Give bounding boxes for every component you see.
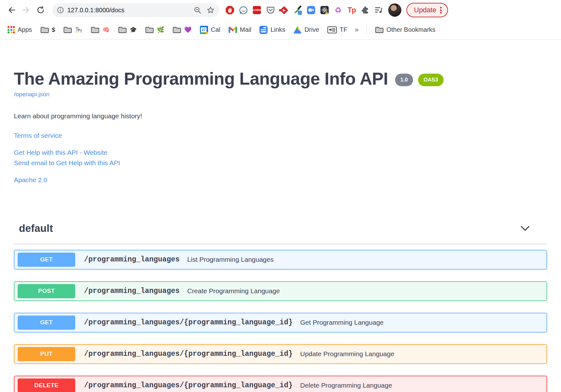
purple-heart-emoji: 💜 (184, 26, 192, 33)
bookmark-star-icon[interactable] (207, 6, 215, 14)
zoom-out-icon[interactable] (194, 6, 201, 14)
folder-icon (40, 26, 49, 33)
url-text: 127.0.0.1:8000/docs (67, 7, 194, 14)
endpoint-summary: List Programming Languages (187, 256, 274, 263)
recycle-extension-icon[interactable]: ♻ (334, 6, 343, 14)
method-badge: PUT (18, 347, 75, 361)
pocket-icon[interactable] (266, 6, 275, 14)
google-drive-icon (293, 26, 302, 34)
links-icon (259, 26, 268, 34)
bookmark-folder-brain[interactable]: 🧠 (89, 25, 112, 35)
endpoint-path: /programming_languages (84, 255, 180, 264)
extensions-puzzle-icon[interactable] (361, 6, 370, 14)
section-header-default[interactable]: default (14, 222, 547, 234)
reload-button[interactable] (35, 5, 46, 15)
apps-grid-icon (8, 26, 15, 33)
herb-emoji: 🌿 (157, 26, 164, 33)
gmail-icon (229, 27, 237, 33)
bookmark-mail[interactable]: Mail (227, 25, 253, 35)
bookmark-folder-money[interactable]: $ (38, 25, 57, 35)
chrome-update-button[interactable]: Update (406, 3, 448, 17)
endpoint-row-list-languages[interactable]: GET /programming_languages List Programm… (14, 250, 547, 270)
endpoint-path: /programming_languages/{programming_lang… (84, 318, 293, 327)
swagger-docs-page: The Amazing Programming Language Info AP… (0, 69, 561, 392)
address-bar[interactable]: 127.0.0.1:8000/docs (52, 3, 219, 17)
reload-icon (36, 6, 45, 14)
method-badge: GET (18, 253, 75, 267)
endpoint-path: /programming_languages (84, 287, 180, 295)
bookmark-apps[interactable]: Apps (6, 25, 34, 35)
announcement-icon (327, 26, 337, 33)
help-email-link[interactable]: Send email to Get Help with this API (14, 158, 547, 168)
dollar-emoji: $ (52, 26, 55, 33)
bookmark-folder-heart[interactable]: 💜 (171, 25, 194, 35)
api-description: Learn about programming language history… (14, 112, 547, 120)
profile-avatar[interactable] (388, 3, 401, 17)
bookmark-folder-carousel[interactable]: 🎠 (61, 25, 84, 35)
chevron-down-icon[interactable] (521, 226, 530, 231)
help-website-link[interactable]: Get Help with this API - Website (14, 148, 547, 158)
page-title: The Amazing Programming Language Info AP… (14, 69, 388, 88)
endpoint-summary: Get Programming Language (300, 319, 384, 326)
method-badge: GET (18, 316, 75, 330)
folder-icon (375, 26, 384, 33)
endpoint-row-create-language[interactable]: POST /programming_languages Create Progr… (14, 281, 547, 301)
method-badge: DELETE (18, 378, 75, 392)
brain-emoji: 🧠 (102, 26, 110, 33)
cors-extension-icon[interactable]: CORS (252, 6, 261, 14)
google-calendar-icon: 27 (200, 26, 208, 34)
endpoint-row-delete-language[interactable]: DELETE /programming_languages/{programmi… (14, 376, 547, 392)
section-title: default (19, 222, 53, 234)
back-arrow-icon (7, 5, 16, 15)
chat-bubble-icon[interactable] (239, 6, 248, 14)
bookmark-calendar[interactable]: 27 Cal (198, 25, 222, 35)
bookmark-drive[interactable]: Drive (292, 25, 321, 35)
bookmark-folder-herb[interactable]: 🌿 (143, 25, 166, 35)
folder-icon (118, 26, 127, 33)
bookmark-links[interactable]: Links (258, 25, 287, 35)
update-label: Update (414, 6, 436, 14)
colorzilla-eyedropper-icon[interactable] (293, 6, 302, 14)
endpoint-path: /programming_languages/{programming_lang… (84, 381, 293, 389)
folder-icon (173, 26, 181, 33)
playlist-queue-icon[interactable] (374, 6, 383, 14)
zoom-app-icon[interactable] (307, 6, 315, 14)
section-divider (14, 244, 547, 244)
bookmark-folder-education[interactable]: 🎓 (116, 25, 139, 35)
tp-extension-icon[interactable]: Tp (347, 6, 356, 14)
endpoint-path: /programming_languages/{programming_lang… (84, 350, 293, 358)
adblock-icon[interactable] (225, 6, 234, 14)
menu-dots-icon[interactable] (440, 7, 442, 14)
forward-arrow-icon (21, 5, 31, 15)
bookmarks-overflow-chevron[interactable]: » (354, 26, 360, 34)
bookmarks-bar: Apps $ 🎠 🧠 🎓 🌿 💜 27 Cal (0, 20, 561, 40)
version-badge: 1.0 (395, 74, 413, 86)
endpoint-row-get-language[interactable]: GET /programming_languages/{programming_… (14, 313, 547, 333)
openapi-json-link[interactable]: /openapi.json (14, 91, 49, 98)
folder-icon (91, 26, 99, 33)
endpoint-summary: Delete Programming Language (300, 382, 392, 389)
license-link[interactable]: Apache 2.0 (14, 175, 547, 185)
site-info-icon[interactable] (57, 6, 64, 14)
endpoint-summary: Update Programming Language (300, 350, 394, 358)
endpoint-row-update-language[interactable]: PUT /programming_languages/{programming_… (14, 344, 547, 364)
browser-toolbar: 127.0.0.1:8000/docs CORS ➤ (0, 0, 561, 20)
red-diamond-extension-icon[interactable]: ➤ (280, 6, 288, 14)
folder-icon (63, 26, 72, 33)
carousel-emoji: 🎠 (75, 26, 82, 33)
endpoint-summary: Create Programming Language (187, 287, 280, 295)
react-devtools-icon[interactable] (320, 6, 329, 14)
method-badge: POST (18, 284, 75, 298)
oas3-badge: OAS3 (418, 74, 443, 86)
bookmark-tf[interactable]: TF (326, 25, 349, 35)
bookmarks-divider (366, 25, 367, 35)
back-button[interactable] (6, 5, 17, 15)
forward-button[interactable] (21, 5, 31, 15)
terms-of-service-link[interactable]: Terms of service (14, 131, 547, 141)
folder-icon (145, 26, 154, 33)
extensions-strip: CORS ➤ ♻ Tp (225, 6, 383, 14)
other-bookmarks[interactable]: Other Bookmarks (373, 25, 438, 35)
graduation-cap-emoji: 🎓 (130, 26, 137, 33)
